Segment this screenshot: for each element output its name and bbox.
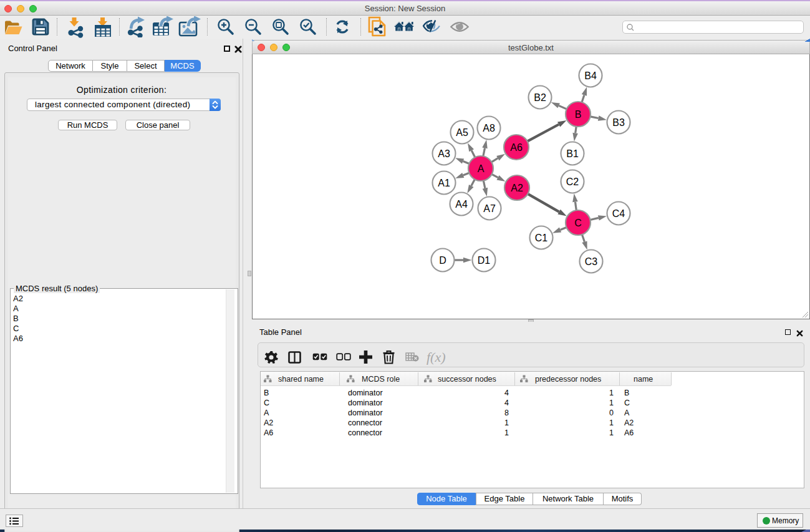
svg-text:C1: C1 <box>535 233 548 243</box>
svg-text:A8: A8 <box>483 123 495 133</box>
svg-text:A1: A1 <box>438 178 450 188</box>
svg-text:C4: C4 <box>612 208 625 219</box>
svg-text:A4: A4 <box>455 199 468 210</box>
svg-text:A5: A5 <box>456 127 468 138</box>
svg-text:B3: B3 <box>612 117 625 128</box>
svg-text:D1: D1 <box>478 255 491 266</box>
svg-text:B2: B2 <box>534 92 546 103</box>
svg-text:A6: A6 <box>510 142 523 153</box>
svg-text:B1: B1 <box>566 148 579 159</box>
svg-text:B4: B4 <box>584 70 597 81</box>
svg-text:A3: A3 <box>438 148 450 159</box>
svg-text:C3: C3 <box>585 256 598 267</box>
svg-text:A7: A7 <box>483 203 496 214</box>
svg-text:C: C <box>574 218 582 228</box>
svg-text:B: B <box>575 109 582 120</box>
svg-text:A2: A2 <box>511 183 523 193</box>
svg-text:D: D <box>439 255 446 266</box>
svg-text:C2: C2 <box>566 177 579 187</box>
svg-text:A: A <box>478 163 485 174</box>
